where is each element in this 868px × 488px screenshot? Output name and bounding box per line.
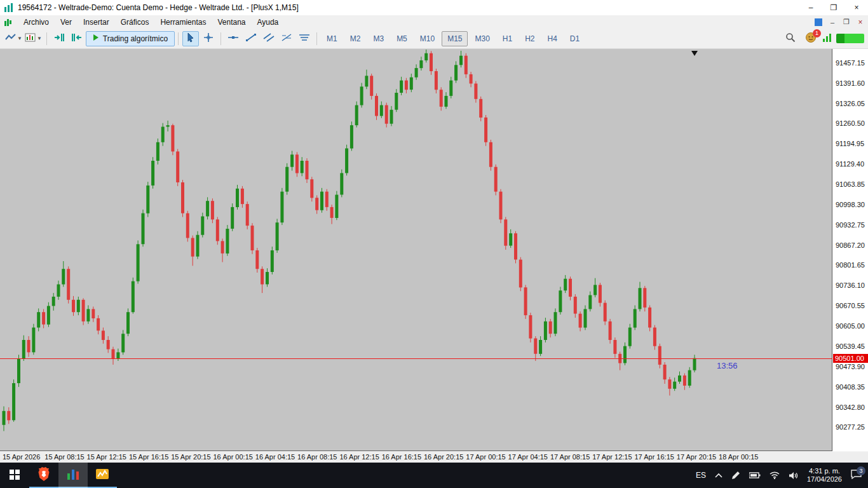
- menu-ventana[interactable]: Ventana: [212, 16, 251, 29]
- close-button[interactable]: ×: [845, 0, 868, 15]
- chart-shift-button[interactable]: [69, 31, 85, 46]
- menu-insertar[interactable]: Insertar: [78, 16, 115, 29]
- crosshair-tool-button[interactable]: [200, 31, 217, 46]
- price-axis-label: 91457.15: [836, 59, 865, 67]
- waves-icon: [299, 33, 310, 44]
- new-chart-icon: [25, 33, 36, 44]
- chart-window-icon: [4, 17, 15, 27]
- algo-trading-label: Trading algorítmico: [103, 34, 168, 43]
- child-minimize-button[interactable]: –: [826, 17, 839, 27]
- start-button[interactable]: [0, 463, 29, 488]
- timeframe-m10[interactable]: M10: [414, 31, 440, 46]
- menu-ayuda[interactable]: Ayuda: [251, 16, 284, 29]
- metatrader-logo-icon: [3, 3, 15, 13]
- pen-icon[interactable]: [728, 463, 744, 488]
- child-close-button[interactable]: ×: [854, 17, 867, 27]
- menu-graficos[interactable]: Gráficos: [115, 16, 155, 29]
- fibonacci-tool-button[interactable]: [278, 31, 295, 46]
- time-axis-label: 15 Apr 16:15: [129, 453, 168, 461]
- time-axis-label: 15 Apr 20:15: [171, 453, 210, 461]
- maximize-button[interactable]: ❐: [822, 0, 845, 15]
- line-chart-icon: [5, 33, 17, 44]
- chart-shift-icon: [71, 33, 83, 44]
- time-axis-label: 16 Apr 16:15: [382, 453, 421, 461]
- time-axis[interactable]: 15 Apr 202615 Apr 08:1515 Apr 12:1515 Ap…: [0, 452, 868, 463]
- chart-plot[interactable]: 13:56: [0, 49, 832, 451]
- cursor-tool-button[interactable]: [182, 31, 199, 46]
- auto-scroll-icon: [53, 33, 65, 44]
- child-restore-button[interactable]: ❐: [840, 17, 853, 27]
- time-axis-label: 15 Apr 2026: [3, 453, 40, 461]
- action-center-badge: 3: [857, 466, 865, 475]
- price-axis-label: 90539.45: [836, 342, 865, 350]
- taskbar-app-metatrader5[interactable]: [58, 463, 88, 488]
- toolbar: ▼ ▼ Trading algorítmico: [0, 29, 868, 49]
- network-icon[interactable]: [766, 463, 783, 488]
- menu-ver[interactable]: Ver: [55, 16, 78, 29]
- timeframe-m30[interactable]: M30: [469, 31, 495, 46]
- timeframe-h2[interactable]: H2: [519, 31, 540, 46]
- fibonacci-icon: [281, 33, 292, 44]
- algo-trading-button[interactable]: Trading algorítmico: [86, 31, 175, 46]
- taskbar-app-metatrader4[interactable]: [88, 463, 117, 488]
- timeframe-m1[interactable]: M1: [321, 31, 343, 46]
- timeframe-m3[interactable]: M3: [367, 31, 390, 46]
- price-axis-label: 90998.30: [836, 201, 865, 208]
- price-axis-label: 90342.80: [836, 403, 865, 411]
- time-axis-label: 17 Apr 04:15: [508, 453, 548, 461]
- candlestick-chart[interactable]: [0, 49, 832, 451]
- price-axis[interactable]: 90501.00 91457.1591391.6091326.0591260.5…: [833, 49, 868, 451]
- horizontal-line-tool-button[interactable]: [225, 31, 241, 46]
- search-icon: [785, 32, 796, 44]
- community-button[interactable]: 1: [803, 31, 818, 46]
- keyboard-language[interactable]: ES: [692, 463, 710, 488]
- timeframe-h1[interactable]: H1: [497, 31, 518, 46]
- channel-tool-button[interactable]: [261, 31, 277, 46]
- brave-icon: [37, 467, 50, 483]
- minimize-button[interactable]: –: [799, 0, 822, 15]
- timeframe-m15[interactable]: M15: [442, 31, 468, 46]
- auto-scroll-button[interactable]: [51, 31, 67, 46]
- clock[interactable]: 4:31 p. m. 17/04/2026: [803, 463, 846, 488]
- taskbar-app-brave[interactable]: [29, 463, 58, 488]
- child-chart-icon: [812, 17, 825, 27]
- time-axis-label: 17 Apr 16:15: [635, 453, 674, 461]
- tray-date: 17/04/2026: [807, 475, 842, 484]
- timeframe-h4[interactable]: H4: [542, 31, 563, 46]
- time-axis-label: 16 Apr 08:15: [297, 453, 337, 461]
- battery-icon[interactable]: [745, 463, 764, 488]
- timeframe-d1[interactable]: D1: [564, 31, 585, 46]
- windows-logo-icon: [10, 470, 20, 482]
- signal-strength-icon: [822, 32, 832, 45]
- time-axis-label: 17 Apr 20:15: [677, 453, 716, 461]
- toolbar-separator: [316, 32, 317, 45]
- time-axis-label: 17 Apr 08:15: [550, 453, 590, 461]
- menu-archivo[interactable]: Archivo: [18, 16, 55, 29]
- price-axis-label: 91260.50: [836, 119, 865, 127]
- tray-chevron-icon[interactable]: [711, 463, 726, 488]
- notification-badge: 1: [813, 29, 821, 37]
- action-center-button[interactable]: 3: [847, 463, 865, 488]
- volume-icon[interactable]: [785, 463, 802, 488]
- price-axis-label: 91129.40: [836, 160, 864, 168]
- chart-type-button[interactable]: ▼: [4, 31, 23, 46]
- price-axis-label: 90670.55: [836, 302, 865, 309]
- menu-herramientas[interactable]: Herramientas: [154, 16, 212, 29]
- price-axis-label: 90277.25: [836, 423, 865, 431]
- time-axis-label: 15 Apr 12:15: [87, 453, 126, 461]
- chart-region: 13:56 90501.00 91457.1591391.6091326.059…: [0, 49, 868, 463]
- time-axis-label: 18 Apr 00:15: [719, 453, 758, 461]
- price-axis-label: 90932.75: [836, 221, 865, 229]
- trendline-tool-button[interactable]: [243, 31, 259, 46]
- timeframe-m2[interactable]: M2: [344, 31, 367, 46]
- price-axis-label: 90801.65: [836, 261, 865, 269]
- new-chart-button[interactable]: ▼: [24, 31, 43, 46]
- toolbar-separator: [220, 32, 221, 45]
- price-axis-label: 90736.10: [836, 281, 865, 289]
- waves-tool-button[interactable]: [296, 31, 313, 46]
- trendline-icon: [245, 33, 257, 44]
- time-axis-label: 16 Apr 12:15: [339, 453, 379, 461]
- menu-bar: Archivo Ver Insertar Gráficos Herramient…: [0, 15, 868, 29]
- search-button[interactable]: [782, 31, 799, 46]
- timeframe-m5[interactable]: M5: [391, 31, 413, 46]
